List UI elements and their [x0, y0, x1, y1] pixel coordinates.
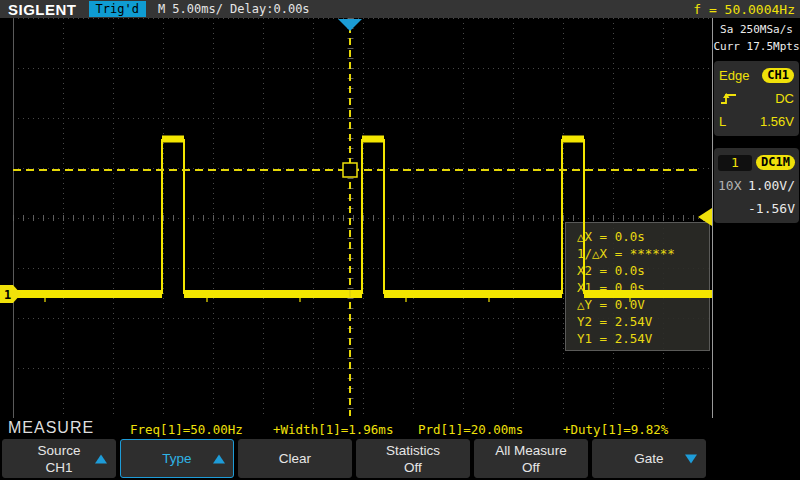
- trigger-source-badge: CH1: [762, 68, 794, 83]
- softkey-label: Source: [38, 442, 81, 459]
- channel-coupling-badge: DC1M: [756, 155, 795, 170]
- softkey-menu: SourceCH1TypeClearStatisticsOffAll Measu…: [0, 438, 800, 480]
- probe-attenuation: 10X: [718, 178, 741, 193]
- measure-title: MEASURE: [8, 419, 94, 437]
- trigger-level-value: 1.56V: [760, 114, 794, 129]
- trigger-settings-panel[interactable]: Edge CH1 DC L 1.56V: [714, 61, 799, 136]
- softkey-sublabel: Off: [404, 459, 422, 476]
- trigger-type: Edge: [719, 68, 749, 83]
- gate-button[interactable]: Gate: [592, 439, 706, 478]
- softkey-label: Clear: [279, 450, 311, 467]
- measurement-readout-3: +Duty[1]=9.82%: [563, 422, 668, 437]
- trigger-coupling: DC: [775, 91, 794, 106]
- cursor-line-4: △Y = 0.0V: [577, 296, 709, 313]
- vertical-scale: 1.00V/: [748, 178, 795, 193]
- softkey-sublabel: CH1: [45, 459, 72, 476]
- down-arrow-icon: [685, 454, 697, 463]
- up-arrow-icon: [213, 454, 225, 463]
- channel-number-badge: 1: [718, 155, 752, 171]
- softkey-label: Gate: [634, 450, 663, 467]
- cursor-line-3: X1 = 0.0s: [577, 279, 709, 296]
- memory-depth: Curr 17.5Mpts: [713, 38, 800, 55]
- channel1-panel[interactable]: 1 DC1M 10X 1.00V/ -1.56V: [714, 148, 799, 223]
- cursor-line-2: X2 = 0.0s: [577, 262, 709, 279]
- cursor-line-1: 1/△X = ******: [577, 245, 709, 262]
- type-button[interactable]: Type: [120, 439, 234, 478]
- graticule: [0, 18, 713, 418]
- sidebar: Sa 250MSa/s Curr 17.5Mpts Edge CH1 DC L …: [712, 18, 800, 418]
- statistics-button[interactable]: StatisticsOff: [356, 439, 470, 478]
- measurement-readout-1: +Width[1]=1.96ms: [273, 422, 393, 437]
- sample-rate: Sa 250MSa/s: [713, 21, 800, 38]
- vertical-offset: -1.56V: [748, 201, 795, 216]
- top-status-bar: SIGLENT Trig'd M 5.00ms/ Delay:0.00s f =…: [0, 0, 800, 18]
- softkey-label: All Measure: [495, 442, 566, 459]
- measurement-readout-0: Freq[1]=50.00Hz: [130, 422, 243, 437]
- siglent-logo: SIGLENT: [8, 1, 77, 18]
- rising-edge-icon: [719, 92, 739, 106]
- up-arrow-icon: [95, 454, 107, 463]
- measurement-readout-2: Prd[1]=20.00ms: [418, 422, 523, 437]
- cursor-line-6: Y1 = 2.54V: [577, 330, 709, 347]
- frequency-counter: f = 50.0004Hz: [693, 2, 795, 17]
- oscilloscope-screen: SIGLENT Trig'd M 5.00ms/ Delay:0.00s f =…: [0, 0, 800, 480]
- cursor-readout-panel: △X = 0.0s1/△X = ******X2 = 0.0sX1 = 0.0s…: [565, 222, 710, 351]
- cursor-line-0: △X = 0.0s: [577, 228, 709, 245]
- clear-button[interactable]: Clear: [238, 439, 352, 478]
- softkey-sublabel: Off: [522, 459, 540, 476]
- softkey-label: Type: [162, 450, 191, 467]
- softkey-label: Statistics: [386, 442, 440, 459]
- cursor-line-5: Y2 = 2.54V: [577, 313, 709, 330]
- source-button[interactable]: SourceCH1: [2, 439, 116, 478]
- trigger-level-label: L: [719, 114, 726, 129]
- measurement-bar: MEASURE Freq[1]=50.00Hz+Width[1]=1.96msP…: [0, 418, 800, 438]
- trigger-status-badge: Trig'd: [89, 1, 146, 17]
- all-measure-button[interactable]: All MeasureOff: [474, 439, 588, 478]
- timebase-readout: M 5.00ms/ Delay:0.00s: [158, 2, 310, 16]
- acquisition-info: Sa 250MSa/s Curr 17.5Mpts: [713, 21, 800, 55]
